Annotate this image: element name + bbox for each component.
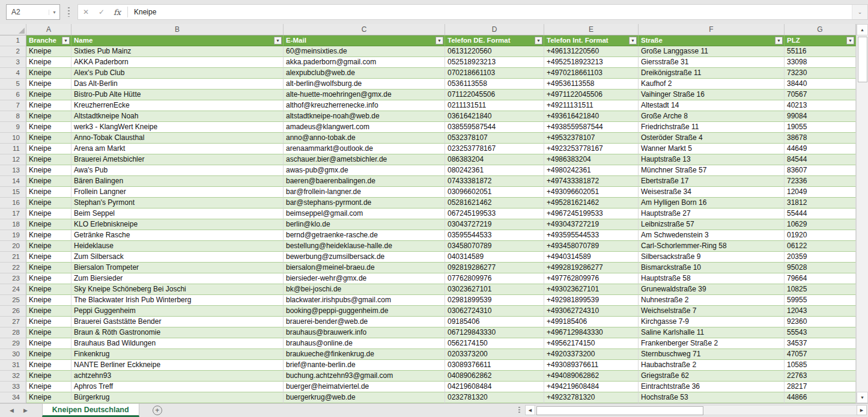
column-header-b[interactable]: B [71, 24, 284, 35]
row-number[interactable]: 13 [0, 165, 26, 176]
cell-name[interactable]: Stephan's Pyrmont [71, 198, 284, 208]
vertical-scrollbar-thumb[interactable] [858, 37, 867, 82]
cell-email[interactable]: baeren@baerenbalingen.de [284, 176, 445, 187]
row-number[interactable]: 2 [0, 46, 26, 57]
cell-strasse[interactable]: Hauptstraße 13 [639, 154, 785, 165]
horizontal-scrollbar-track[interactable] [535, 405, 857, 415]
cell-telefon-de[interactable]: 052518923213 [445, 57, 544, 68]
cell-branche[interactable]: Kneipe [26, 100, 71, 111]
cell-plz[interactable]: 19055 [785, 122, 856, 133]
cell-email[interactable]: alte-huette-moehringen@gmx.de [284, 90, 445, 100]
cell-strasse[interactable]: Giersstraße 31 [639, 57, 785, 68]
cell-telefon-int[interactable]: +493043727219 [544, 219, 639, 230]
cell-telefon-int[interactable]: +493089376611 [544, 360, 639, 371]
row-number[interactable]: 8 [0, 111, 26, 122]
cell-telefon-int[interactable]: +4940314589 [544, 252, 639, 263]
cell-name[interactable]: Finkenkrug [71, 349, 284, 360]
header-cell-telefon-de[interactable]: Telefon DE. Format ▼ [445, 35, 544, 46]
cell-strasse[interactable]: Hauptstraße 58 [639, 273, 785, 284]
cell-telefon-de[interactable]: 0203373200 [445, 349, 544, 360]
cell-telefon-de[interactable]: 03089376611 [445, 360, 544, 371]
cell-telefon-de[interactable]: 04089062862 [445, 371, 544, 382]
cell-email[interactable]: biersalon@meinel-braeu.de [284, 263, 445, 273]
cell-plz[interactable]: 72336 [785, 176, 856, 187]
scroll-right-icon[interactable]: ▶ [857, 405, 867, 415]
cell-name[interactable]: Sixties Pub Mainz [71, 46, 284, 57]
cell-strasse[interactable]: Weisestraße 34 [639, 187, 785, 198]
horizontal-scrollbar-thumb[interactable] [536, 406, 703, 415]
cell-telefon-int[interactable]: +494089062862 [544, 371, 639, 382]
cell-name[interactable]: AKKA Paderborn [71, 57, 284, 68]
cell-name[interactable]: Getränke Rasche [71, 230, 284, 241]
header-cell-name[interactable]: Name ▼ [71, 35, 284, 46]
cell-telefon-de[interactable]: 03616421840 [445, 111, 544, 122]
cell-plz[interactable]: 47057 [785, 349, 856, 360]
cell-email[interactable]: booking@peppi-guggenheim.de [284, 306, 445, 317]
filter-dropdown-button[interactable]: ▼ [62, 37, 70, 44]
row-number[interactable]: 24 [0, 284, 26, 295]
cell-strasse[interactable]: Münchner Straße 57 [639, 165, 785, 176]
cell-branche[interactable]: Kneipe [26, 144, 71, 154]
horizontal-scrollbar[interactable]: ◀ ▶ [518, 405, 867, 415]
filter-dropdown-button[interactable]: ▼ [436, 37, 443, 44]
cell-telefon-de[interactable]: 070218661103 [445, 68, 544, 79]
filter-dropdown-button[interactable]: ▼ [775, 37, 783, 44]
cell-telefon-de[interactable]: 03023627101 [445, 284, 544, 295]
cell-telefon-int[interactable]: +495281621462 [544, 198, 639, 208]
cell-plz[interactable]: 92360 [785, 317, 856, 327]
cell-name[interactable]: Aphros Treff [71, 382, 284, 392]
cell-telefon-de[interactable]: 03458070789 [445, 241, 544, 252]
cell-telefon-int[interactable]: +4967129843330 [544, 327, 639, 338]
cell-name[interactable]: The Blackwater Irish Pub Winterberg [71, 295, 284, 306]
cell-branche[interactable]: Kneipe [26, 111, 71, 122]
cell-telefon-de[interactable]: 0532378107 [445, 133, 544, 144]
row-number[interactable]: 12 [0, 154, 26, 165]
cell-branche[interactable]: Kneipe [26, 360, 71, 371]
cell-email[interactable]: alt-berlin@wolfsburg.de [284, 79, 445, 90]
cell-email[interactable]: brauhaus@online.de [284, 338, 445, 349]
column-header-d[interactable]: D [445, 24, 544, 35]
cell-strasse[interactable]: Weichselstraße 7 [639, 306, 785, 317]
add-sheet-button[interactable]: + [153, 406, 162, 415]
cell-name[interactable]: Zum Biersieder [71, 273, 284, 284]
cell-branche[interactable]: Kneipe [26, 90, 71, 100]
cell-branche[interactable]: Kneipe [26, 57, 71, 68]
cell-plz[interactable]: 34537 [785, 338, 856, 349]
cell-strasse[interactable]: Sternbuschweg 71 [639, 349, 785, 360]
filter-dropdown-button[interactable]: ▼ [535, 37, 542, 44]
cell-email[interactable]: bestellung@heideklause-halle.de [284, 241, 445, 252]
cell-plz[interactable]: 70567 [785, 90, 856, 100]
cell-telefon-int[interactable]: +492981899539 [544, 295, 639, 306]
row-number[interactable]: 26 [0, 306, 26, 317]
confirm-icon[interactable]: ✓ [94, 8, 109, 16]
cell-plz[interactable]: 22763 [785, 371, 856, 382]
row-number[interactable]: 4 [0, 68, 26, 79]
cell-email[interactable]: buchung.achtzehn93@gmail.com [284, 371, 445, 382]
cell-email[interactable]: amadeus@klangwert.com [284, 122, 445, 133]
row-number[interactable]: 22 [0, 263, 26, 273]
cell-telefon-int[interactable]: +49532378107 [544, 133, 639, 144]
cell-strasse[interactable]: Große Arche 8 [639, 111, 785, 122]
cell-plz[interactable]: 28217 [785, 382, 856, 392]
cell-telefon-int[interactable]: +49536113558 [544, 79, 639, 90]
cell-telefon-de[interactable]: 067245199533 [445, 208, 544, 219]
cell-branche[interactable]: Kneipe [26, 230, 71, 241]
cell-telefon-de[interactable]: 02981899539 [445, 295, 544, 306]
cell-branche[interactable]: Kneipe [26, 371, 71, 382]
row-number[interactable]: 32 [0, 371, 26, 382]
cell-branche[interactable]: Kneipe [26, 252, 71, 263]
cell-strasse[interactable]: Silbersackstraße 9 [639, 252, 785, 263]
cell-strasse[interactable]: Hauptstraße 27 [639, 208, 785, 219]
cell-branche[interactable]: Kneipe [26, 338, 71, 349]
row-number[interactable]: 1 [0, 35, 26, 46]
scroll-down-icon[interactable]: ▼ [857, 392, 868, 403]
cell-email[interactable]: blackwater.irishpubs@gmail.com [284, 295, 445, 306]
cell-email[interactable]: buergerkrug@web.de [284, 392, 445, 403]
formula-bar-expand-icon[interactable]: ⌄ [852, 5, 867, 19]
cell-strasse[interactable]: Vaihinger Straße 16 [639, 90, 785, 100]
row-number[interactable]: 19 [0, 230, 26, 241]
cell-telefon-int[interactable]: +49562174150 [544, 338, 639, 349]
cell-strasse[interactable]: Dreikönigstraße 11 [639, 68, 785, 79]
cell-telefon-int[interactable]: +4971122045506 [544, 90, 639, 100]
cell-plz[interactable]: 83607 [785, 165, 856, 176]
